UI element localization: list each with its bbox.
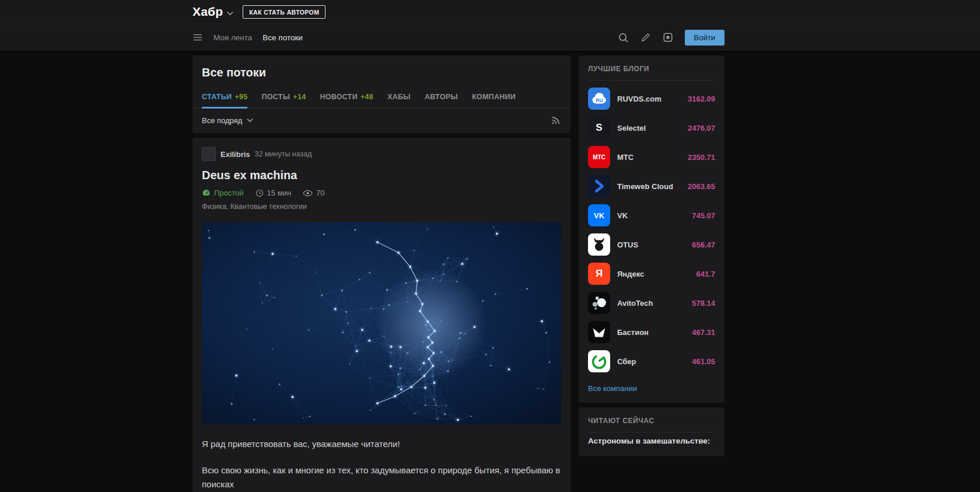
company-row-vk[interactable]: VK VK 745.07	[588, 201, 715, 230]
author-link[interactable]: Exilibris	[220, 150, 250, 159]
timeweb-logo	[588, 175, 610, 197]
mts-logo: МТС	[588, 146, 610, 168]
logo-dropdown-chevron-icon[interactable]	[227, 8, 233, 18]
company-name: Яндекс	[617, 270, 689, 278]
company-rating: 641.7	[696, 270, 715, 278]
tab-label: ПОСТЫ	[261, 93, 290, 101]
feed-tabs: СТАТЬИ +95 ПОСТЫ +14 НОВОСТИ +48 ХАБЫ АВ…	[192, 86, 570, 109]
menu-icon[interactable]	[192, 32, 203, 43]
main-navbar: Моя лента Все потоки Войти	[0, 24, 980, 51]
company-name: OTUS	[617, 240, 685, 249]
sber-logo	[588, 350, 610, 372]
company-name: AvitoTech	[617, 299, 685, 308]
company-name: VK	[617, 211, 685, 220]
tab-posts[interactable]: ПОСТЫ +14	[261, 86, 306, 108]
tab-label: НОВОСТИ	[320, 93, 358, 101]
reading-time-text: 15 мин	[267, 189, 291, 197]
post-paragraph: Я рад приветствовать вас, уважаемые чита…	[202, 437, 561, 451]
post-body: Я рад приветствовать вас, уважаемые чита…	[202, 437, 561, 491]
divider	[588, 80, 715, 81]
post-paragraph: Всю свою жизнь, как и многие из тех, кто…	[202, 463, 561, 491]
company-rating: 2350.71	[688, 153, 715, 162]
company-rating: 656.47	[692, 240, 715, 249]
company-name: Сбер	[617, 357, 685, 366]
tab-count: +48	[360, 93, 373, 101]
search-icon[interactable]	[618, 32, 629, 43]
nav-my-feed[interactable]: Моя лента	[214, 33, 252, 42]
reading-time: 15 мин	[256, 189, 291, 197]
top-header: Хабр КАК СТАТЬ АВТОРОМ	[0, 0, 980, 24]
ruvds-logo: RU	[588, 88, 610, 110]
reading-now-card: ЧИТАЮТ СЕЙЧАС Астрономы в замешательстве…	[579, 407, 724, 456]
tab-label: СТАТЬИ	[202, 93, 232, 101]
post-title[interactable]: Deus ex machina	[202, 169, 561, 182]
tab-label: АВТОРЫ	[425, 93, 458, 101]
company-row-otus[interactable]: OTUS 656.47	[588, 230, 715, 259]
complexity-gauge-icon	[202, 189, 211, 197]
company-row-yandex[interactable]: Я Яндекс 641.7	[588, 259, 715, 288]
reading-now-item[interactable]: Астрономы в замешательстве:	[588, 436, 715, 447]
selectel-logo: S	[588, 117, 610, 139]
company-rating: 578.14	[692, 299, 715, 308]
feed-filter-label: Все подряд	[202, 116, 242, 125]
streams-card: Все потоки СТАТЬИ +95 ПОСТЫ +14 НОВОСТИ …	[192, 55, 570, 133]
views-count-text: 70	[316, 189, 324, 197]
clock-icon	[256, 189, 264, 197]
chevron-down-icon	[247, 118, 253, 123]
company-rating: 2476.07	[688, 124, 715, 132]
tab-news[interactable]: НОВОСТИ +48	[320, 86, 373, 108]
company-rating: 3162.09	[688, 95, 715, 103]
login-button[interactable]: Войти	[685, 30, 724, 46]
svg-text:RU: RU	[596, 97, 603, 103]
tab-label: ХАБЫ	[387, 93, 411, 101]
tab-label: КОМПАНИИ	[472, 93, 516, 101]
tab-count: +95	[235, 93, 247, 101]
feed-filter-dropdown[interactable]: Все подряд	[202, 116, 253, 125]
eye-icon	[303, 190, 313, 197]
habr-logo[interactable]: Хабр	[192, 5, 223, 19]
best-blogs-title: ЛУЧШИЕ БЛОГИ	[588, 65, 715, 73]
post-time-link[interactable]: 32 минуты назад	[255, 150, 312, 158]
company-rating: 2063.65	[688, 182, 715, 191]
services-icon[interactable]	[663, 32, 673, 43]
best-blogs-card: ЛУЧШИЕ БЛОГИ RU RUVDS.com 3162.09 S Sele…	[579, 55, 724, 403]
reading-now-title: ЧИТАЮТ СЕЙЧАС	[588, 417, 715, 425]
post-hubs[interactable]: Физика, Квантовые технологии	[202, 203, 561, 211]
avitotech-logo	[588, 292, 610, 314]
bastion-logo	[588, 321, 610, 343]
post-meta: Простой 15 мин 70	[202, 189, 561, 197]
tab-authors[interactable]: АВТОРЫ	[425, 86, 458, 108]
company-row-avitotech[interactable]: AvitoTech 578.14	[588, 288, 715, 317]
tab-companies[interactable]: КОМПАНИИ	[472, 86, 516, 108]
tab-articles[interactable]: СТАТЬИ +95	[202, 86, 247, 108]
company-row-selectel[interactable]: S Selectel 2476.07	[588, 113, 715, 142]
nav-all-streams[interactable]: Все потоки	[262, 33, 303, 42]
company-name: RUVDS.com	[617, 95, 681, 103]
page-title: Все потоки	[202, 66, 561, 79]
company-row-timeweb[interactable]: Timeweb Cloud 2063.65	[588, 172, 715, 201]
divider	[588, 432, 715, 432]
company-row-bastion[interactable]: Бастион 467.31	[588, 317, 715, 347]
complexity-text: Простой	[214, 189, 244, 197]
rss-icon[interactable]	[551, 115, 561, 125]
views-count: 70	[303, 189, 324, 197]
become-author-button[interactable]: КАК СТАТЬ АВТОРОМ	[243, 5, 326, 19]
otus-logo	[588, 233, 610, 256]
company-name: Selectel	[617, 124, 681, 132]
company-rating: 467.31	[692, 328, 715, 337]
company-name: МТС	[617, 153, 681, 162]
vk-logo: VK	[588, 204, 610, 226]
company-row-ruvds[interactable]: RU RUVDS.com 3162.09	[588, 84, 715, 113]
company-rating: 745.07	[692, 211, 715, 220]
company-row-mts[interactable]: МТС МТС 2350.71	[588, 142, 715, 172]
author-avatar[interactable]	[202, 147, 216, 161]
company-row-sber[interactable]: Сбер 461.05	[588, 347, 715, 376]
tab-hubs[interactable]: ХАБЫ	[387, 86, 411, 108]
tab-count: +14	[293, 93, 306, 101]
write-post-pen-icon[interactable]	[640, 32, 651, 43]
article-cover-image[interactable]	[202, 222, 561, 424]
all-companies-link[interactable]: Все компании	[588, 384, 637, 393]
yandex-logo: Я	[588, 263, 610, 285]
complexity-label: Простой	[202, 189, 244, 197]
company-rating: 461.05	[692, 357, 715, 366]
